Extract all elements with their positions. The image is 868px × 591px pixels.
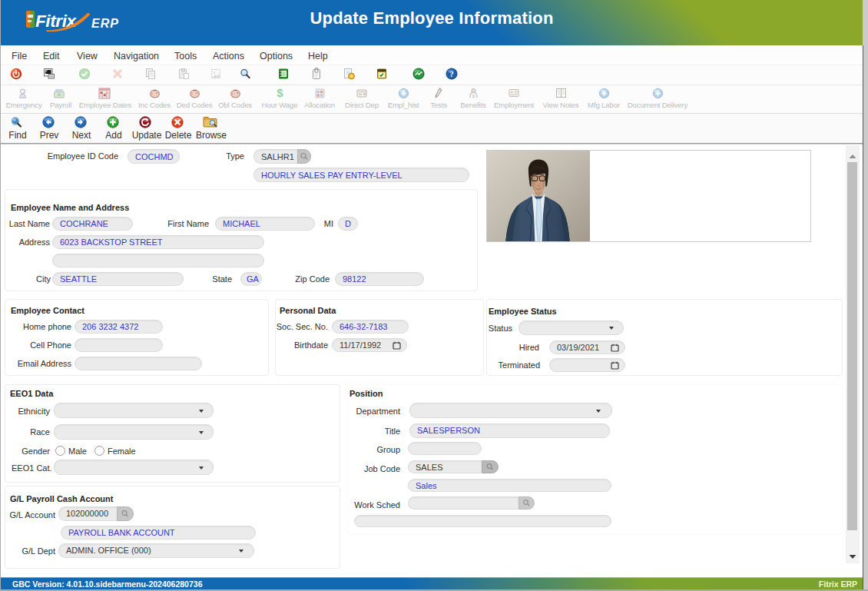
svg-text:?: ? <box>449 69 454 78</box>
svg-text:ERP: ERP <box>91 17 119 30</box>
